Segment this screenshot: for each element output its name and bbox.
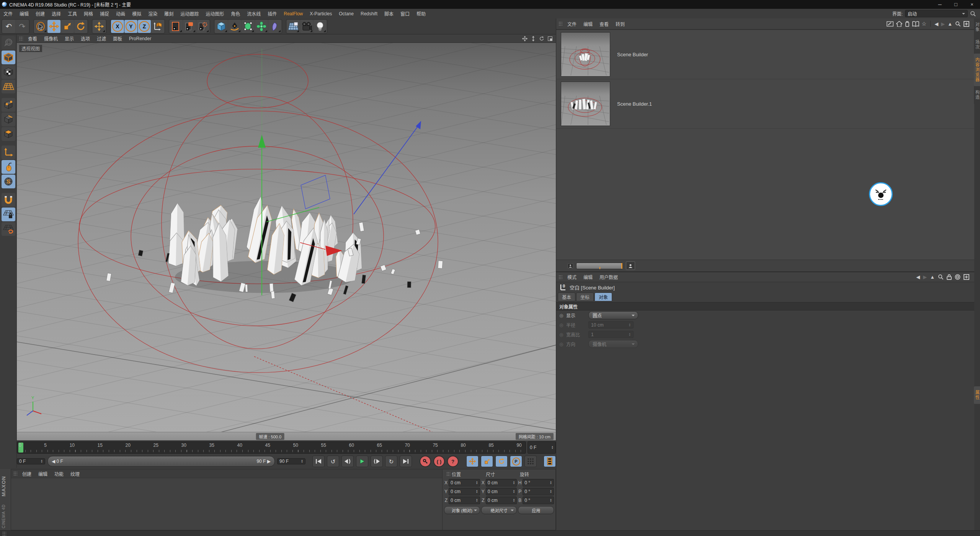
menu-realflow[interactable]: RealFlow bbox=[280, 10, 306, 18]
frame-spinner[interactable]: ▲▼ bbox=[551, 446, 554, 449]
menu-tools[interactable]: 工具 bbox=[64, 9, 80, 18]
new-folder-icon[interactable] bbox=[964, 21, 969, 27]
status-drag-handle[interactable] bbox=[2, 531, 6, 536]
deer-logo-file-icon[interactable] bbox=[869, 182, 893, 206]
tweak-mode-button[interactable] bbox=[2, 160, 15, 174]
rotation-p-field[interactable]: 0 °▲▼ bbox=[523, 488, 554, 495]
key-scale-button[interactable] bbox=[481, 456, 493, 467]
menu-render[interactable]: 渲染 bbox=[145, 9, 161, 18]
interface-dropdown[interactable]: 启动 bbox=[905, 10, 968, 17]
viewport-rotate-icon[interactable] bbox=[539, 36, 544, 41]
panel-drag-handle[interactable] bbox=[446, 472, 450, 476]
viewport-pan-icon[interactable] bbox=[522, 36, 528, 41]
end-frame-field[interactable]: 90 F ▲▼ bbox=[277, 458, 305, 464]
move-tool-button[interactable] bbox=[47, 20, 60, 33]
view-label[interactable]: 透视视图 bbox=[19, 45, 42, 52]
radius-field[interactable]: 10 cm▲▼ bbox=[588, 321, 634, 328]
menu-help[interactable]: 帮助 bbox=[413, 9, 429, 18]
add-spline-button[interactable] bbox=[228, 20, 241, 33]
display-dropdown[interactable]: 圆点 bbox=[588, 311, 638, 319]
tab-coordinates[interactable]: 坐标 bbox=[576, 293, 594, 301]
size-y-field[interactable]: 0 cm▲▼ bbox=[486, 488, 517, 495]
panel-drag-handle[interactable] bbox=[13, 471, 17, 476]
attribute-object-row[interactable]: 0 空白 [Scene Builder] bbox=[556, 282, 975, 292]
autokeying-button[interactable]: ( ) bbox=[433, 456, 445, 467]
points-mode-button[interactable] bbox=[2, 98, 15, 112]
key-pla-button[interactable] bbox=[524, 456, 537, 467]
new-panel-icon[interactable] bbox=[964, 274, 969, 280]
presets-jar-icon[interactable] bbox=[905, 21, 910, 27]
edit-preset-icon[interactable] bbox=[887, 21, 893, 27]
menu-edit[interactable]: 编辑 bbox=[16, 9, 32, 18]
goto-start-button[interactable] bbox=[312, 456, 325, 467]
menu-xparticles[interactable]: X-Particles bbox=[306, 10, 335, 18]
history-forward-icon[interactable]: ▶ bbox=[923, 274, 927, 280]
menu-motion-tracker[interactable]: 运动跟踪 bbox=[177, 9, 202, 18]
back-icon[interactable]: ◀ bbox=[934, 21, 938, 27]
size-x-field[interactable]: 0 cm▲▼ bbox=[486, 479, 517, 487]
find-icon[interactable] bbox=[938, 274, 944, 280]
add-light-button[interactable] bbox=[314, 20, 327, 33]
catalog-book-icon[interactable] bbox=[912, 21, 919, 27]
viewport-toggle-layout-icon[interactable] bbox=[547, 36, 553, 41]
add-subdivision-surface-button[interactable] bbox=[242, 20, 255, 33]
object-properties-header[interactable]: 对象属性 bbox=[556, 302, 975, 310]
texture-mode-button[interactable] bbox=[2, 65, 15, 79]
cb-menu-goto[interactable]: 转到 bbox=[612, 19, 628, 29]
rotation-h-field[interactable]: 0 °▲▼ bbox=[523, 479, 554, 487]
menu-animate[interactable]: 动画 bbox=[113, 9, 129, 18]
position-mode-dropdown[interactable]: 对象 (相对) bbox=[444, 506, 480, 514]
menu-create[interactable]: 创建 bbox=[32, 9, 48, 18]
tab-attributes[interactable]: 属性 bbox=[974, 386, 980, 404]
redo-button[interactable]: ↷ bbox=[16, 20, 29, 33]
key-position-button[interactable] bbox=[466, 456, 479, 467]
list-item-scene-builder-1[interactable]: Scene Builder.1 bbox=[556, 79, 975, 129]
close-button[interactable]: × bbox=[964, 0, 980, 9]
mat-menu-function[interactable]: 功能 bbox=[51, 469, 67, 479]
cb-menu-file[interactable]: 文件 bbox=[564, 19, 580, 29]
vp-menu-filter[interactable]: 过滤 bbox=[93, 34, 109, 42]
make-editable-button[interactable] bbox=[2, 36, 15, 50]
workplane-lock-button[interactable] bbox=[2, 208, 15, 221]
tab-content-browser[interactable]: 内容浏览器 bbox=[974, 54, 980, 86]
workplane-mode-button[interactable] bbox=[2, 80, 15, 93]
forward-icon[interactable]: ▶ bbox=[941, 21, 945, 27]
end-frame-spinner[interactable]: ▲▼ bbox=[301, 459, 303, 463]
tab-takes[interactable]: 场次 bbox=[974, 36, 980, 54]
viewport-zoom-icon[interactable] bbox=[531, 36, 536, 41]
rotate-tool-button[interactable] bbox=[74, 20, 87, 33]
add-deformer-button[interactable] bbox=[268, 20, 281, 33]
browser-search-icon[interactable] bbox=[955, 21, 961, 27]
record-keyframe-button[interactable] bbox=[420, 456, 431, 467]
menu-sculpt[interactable]: 雕刻 bbox=[161, 9, 177, 18]
up-level-icon[interactable]: ▲ bbox=[947, 21, 952, 27]
next-key-button[interactable]: ↻ bbox=[385, 456, 397, 467]
add-floor-button[interactable] bbox=[287, 20, 300, 33]
material-list-area[interactable] bbox=[11, 478, 442, 530]
keyframe-selection-button[interactable]: ? bbox=[447, 456, 459, 467]
menu-simulate[interactable]: 模拟 bbox=[129, 9, 145, 18]
snap-toggle-button[interactable]: S bbox=[2, 175, 15, 188]
list-item-scene-builder[interactable]: Scene Builder bbox=[556, 30, 975, 79]
polygons-mode-button[interactable] bbox=[2, 127, 15, 141]
am-menu-mode[interactable]: 模式 bbox=[564, 272, 580, 282]
vp-menu-cameras[interactable]: 摄像机 bbox=[41, 34, 61, 42]
mat-menu-texture[interactable]: 纹理 bbox=[67, 469, 83, 479]
track-mode-icon[interactable] bbox=[955, 274, 960, 280]
menu-file[interactable]: 文件 bbox=[0, 9, 16, 18]
panel-drag-handle[interactable] bbox=[19, 36, 23, 41]
key-parameter-button[interactable]: P bbox=[510, 456, 522, 467]
position-y-field[interactable]: 0 cm▲▼ bbox=[449, 488, 480, 495]
maximize-button[interactable]: □ bbox=[948, 0, 964, 9]
menu-snap[interactable]: 捕捉 bbox=[96, 9, 113, 18]
menu-octane[interactable]: Octane bbox=[335, 10, 357, 18]
preview-range-slider[interactable]: ◀ 0 F 90 F ▶ bbox=[47, 456, 275, 467]
cb-menu-view[interactable]: 查看 bbox=[596, 19, 612, 29]
am-menu-userdata[interactable]: 用户数据 bbox=[596, 272, 621, 282]
menu-script[interactable]: 脚本 bbox=[381, 9, 397, 18]
render-settings-button[interactable] bbox=[196, 20, 209, 33]
minimize-button[interactable]: ─ bbox=[932, 0, 948, 9]
lock-x-axis-button[interactable]: X bbox=[111, 20, 124, 33]
scale-tool-button[interactable] bbox=[61, 20, 74, 33]
add-camera-button[interactable] bbox=[300, 20, 313, 33]
